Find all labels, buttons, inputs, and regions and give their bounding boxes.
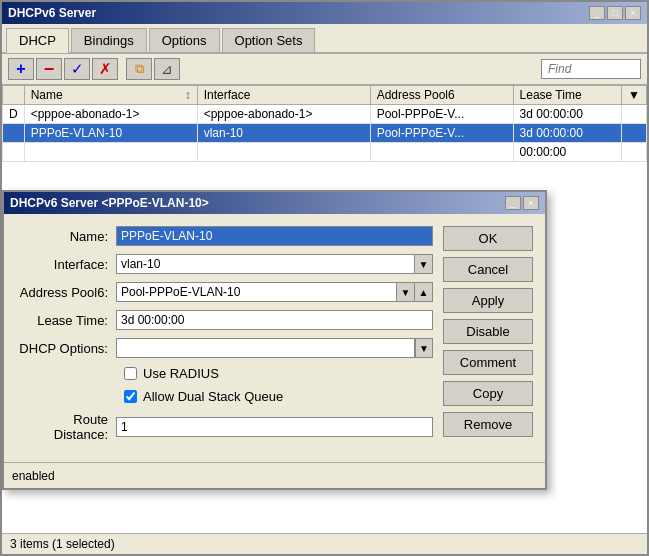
use-radius-label: Use RADIUS — [143, 366, 219, 381]
tab-dhcp[interactable]: DHCP — [6, 28, 69, 53]
pool-input-container: ▼ ▲ — [116, 282, 433, 302]
row-flag — [3, 124, 25, 143]
disable-button[interactable]: Disable — [443, 319, 533, 344]
row-flag — [3, 143, 25, 162]
toolbar: + − ✓ ✗ ⧉ ⊿ — [2, 54, 647, 85]
col-pool[interactable]: Address Pool6 — [370, 86, 513, 105]
address-pool-label: Address Pool6: — [16, 285, 116, 300]
comment-button[interactable]: Comment — [443, 350, 533, 375]
x-icon: ✗ — [99, 60, 112, 78]
copy-dialog-button[interactable]: Copy — [443, 381, 533, 406]
lease-time-field-row: Lease Time: — [16, 310, 433, 330]
modal-form: Name: Interface: ▼ Address Pool6: — [16, 226, 433, 450]
window-title: DHCPv6 Server — [8, 6, 96, 20]
lease-time-input[interactable] — [116, 310, 433, 330]
filter-icon: ⊿ — [161, 61, 173, 77]
row-interface: <pppoe-abonado-1> — [197, 105, 370, 124]
copy-toolbar-button[interactable]: ⧉ — [126, 58, 152, 80]
modal-title-bar: DHCPv6 Server <PPPoE-VLAN-10> _ × — [4, 192, 545, 214]
remove-button[interactable]: − — [36, 58, 62, 80]
tab-option-sets[interactable]: Option Sets — [222, 28, 316, 52]
maximize-button[interactable]: □ — [607, 6, 623, 20]
col-interface[interactable]: Interface — [197, 86, 370, 105]
use-radius-checkbox[interactable] — [124, 367, 137, 380]
filter-button[interactable]: ⊿ — [154, 58, 180, 80]
route-distance-input[interactable] — [116, 417, 433, 437]
allow-dual-stack-checkbox[interactable] — [124, 390, 137, 403]
row-interface: vlan-10 — [197, 124, 370, 143]
confirm-button[interactable]: ✓ — [64, 58, 90, 80]
modal-status: enabled — [12, 469, 55, 483]
interface-label: Interface: — [16, 257, 116, 272]
check-icon: ✓ — [71, 60, 84, 78]
route-distance-field-row: Route Distance: — [16, 412, 433, 442]
row-lease: 3d 00:00:00 — [513, 105, 622, 124]
pool-input[interactable] — [116, 282, 397, 302]
table-row[interactable]: 00:00:00 — [3, 143, 647, 162]
name-input[interactable] — [116, 226, 433, 246]
row-flag: D — [3, 105, 25, 124]
modal-body: Name: Interface: ▼ Address Pool6: — [4, 214, 545, 462]
lease-time-label: Lease Time: — [16, 313, 116, 328]
remove-button[interactable]: Remove — [443, 412, 533, 437]
address-pool-field-row: Address Pool6: ▼ ▲ — [16, 282, 433, 302]
row-pool — [370, 143, 513, 162]
allow-dual-stack-row: Allow Dual Stack Queue — [124, 389, 433, 404]
tab-bindings[interactable]: Bindings — [71, 28, 147, 52]
col-dropdown[interactable]: ▼ — [622, 86, 647, 105]
dhcp-options-field-row: DHCP Options: ▼ — [16, 338, 433, 358]
close-button[interactable]: × — [625, 6, 641, 20]
dhcp-options-dropdown-button[interactable]: ▼ — [415, 338, 433, 358]
copy-icon: ⧉ — [135, 61, 144, 77]
cancel-button[interactable]: Cancel — [443, 257, 533, 282]
dhcp-table: Name ↕ Interface Address Pool6 Lease Tim… — [2, 85, 647, 162]
row-lease: 3d 00:00:00 — [513, 124, 622, 143]
row-name — [24, 143, 197, 162]
window-controls: _ □ × — [589, 6, 641, 20]
col-flag — [3, 86, 25, 105]
find-input[interactable] — [541, 59, 641, 79]
table-row[interactable]: D <pppoe-abonado-1> <pppoe-abonado-1> Po… — [3, 105, 647, 124]
modal-overlay: DHCPv6 Server <PPPoE-VLAN-10> _ × Name: — [2, 190, 647, 556]
pool-dropdown-button[interactable]: ▼ — [397, 282, 415, 302]
cancel-button[interactable]: ✗ — [92, 58, 118, 80]
pool-up-button[interactable]: ▲ — [415, 282, 433, 302]
title-bar: DHCPv6 Server _ □ × — [2, 2, 647, 24]
row-interface — [197, 143, 370, 162]
modal-footer: enabled — [4, 462, 545, 488]
col-name[interactable]: Name ↕ — [24, 86, 197, 105]
interface-input-container: ▼ — [116, 254, 433, 274]
row-pool: Pool-PPPoE-V... — [370, 124, 513, 143]
modal-close-button[interactable]: × — [523, 196, 539, 210]
plus-icon: + — [16, 60, 25, 78]
row-pool: Pool-PPPoE-V... — [370, 105, 513, 124]
modal-dialog: DHCPv6 Server <PPPoE-VLAN-10> _ × Name: — [2, 190, 547, 490]
modal-title-text: DHCPv6 Server <PPPoE-VLAN-10> — [10, 196, 209, 210]
minimize-button[interactable]: _ — [589, 6, 605, 20]
tab-bar: DHCP Bindings Options Option Sets — [2, 24, 647, 54]
dhcp-options-label: DHCP Options: — [16, 341, 116, 356]
name-field-row: Name: — [16, 226, 433, 246]
tab-options[interactable]: Options — [149, 28, 220, 52]
modal-minimize-button[interactable]: _ — [505, 196, 521, 210]
apply-button[interactable]: Apply — [443, 288, 533, 313]
minus-icon: − — [44, 59, 55, 80]
interface-dropdown-button[interactable]: ▼ — [415, 254, 433, 274]
add-button[interactable]: + — [8, 58, 34, 80]
route-distance-label: Route Distance: — [16, 412, 116, 442]
table-row[interactable]: PPPoE-VLAN-10 vlan-10 Pool-PPPoE-V... 3d… — [3, 124, 647, 143]
allow-dual-stack-label: Allow Dual Stack Queue — [143, 389, 283, 404]
ok-button[interactable]: OK — [443, 226, 533, 251]
modal-buttons: OK Cancel Apply Disable Comment Copy Rem… — [443, 226, 533, 450]
row-lease: 00:00:00 — [513, 143, 622, 162]
col-lease[interactable]: Lease Time — [513, 86, 622, 105]
row-name: PPPoE-VLAN-10 — [24, 124, 197, 143]
row-name: <pppoe-abonado-1> — [24, 105, 197, 124]
dhcp-options-input-container: ▼ — [116, 338, 433, 358]
use-radius-row: Use RADIUS — [124, 366, 433, 381]
interface-input[interactable] — [116, 254, 415, 274]
dhcp-options-input[interactable] — [116, 338, 415, 358]
name-label: Name: — [16, 229, 116, 244]
interface-field-row: Interface: ▼ — [16, 254, 433, 274]
